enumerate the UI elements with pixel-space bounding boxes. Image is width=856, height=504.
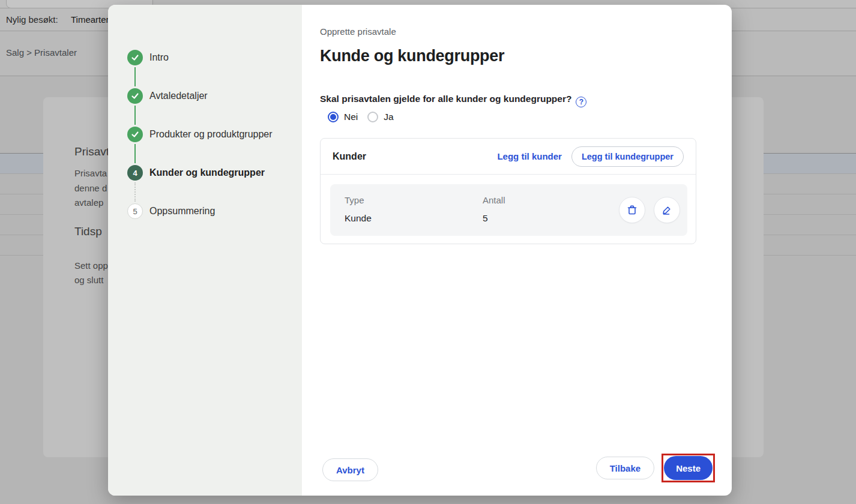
type-column-header: Type [345, 195, 364, 205]
delete-button[interactable] [619, 197, 645, 223]
add-customers-link[interactable]: Legg til kunder [497, 151, 562, 161]
question-text: Skal prisavtalen gjelde for alle kunder … [320, 94, 571, 104]
pencil-icon [661, 204, 673, 216]
create-price-agreement-modal: Intro Avtaledetaljer Produkter og produk… [108, 5, 732, 496]
footer-navigation: Tilbake Neste [596, 454, 715, 482]
step-connector [134, 67, 136, 86]
row-action-buttons [619, 184, 680, 236]
count-column-header: Antall [483, 195, 505, 205]
stepper-sidebar: Intro Avtaledetaljer Produkter og produk… [108, 5, 302, 496]
customers-row: Type Kunde Antall 5 [330, 184, 687, 236]
annotation-highlight-box: Neste [662, 454, 715, 482]
cancel-button[interactable]: Avbryt [322, 458, 378, 481]
page-title: Kunde og kundegrupper [320, 47, 504, 65]
customers-card-header: Kunder Legg til kunder Legg til kundegru… [321, 139, 696, 175]
radio-label[interactable]: Nei [344, 112, 358, 122]
count-value: 5 [483, 213, 488, 224]
step-circle-avtaledetaljer[interactable] [127, 88, 143, 104]
step-circle-intro[interactable] [127, 50, 143, 65]
question-label: Skal prisavtalen gjelde for alle kunder … [320, 94, 586, 107]
step-connector [134, 106, 136, 125]
add-customer-groups-button[interactable]: Legg til kundegrupper [571, 146, 684, 167]
modal-content: Opprette prisavtale Kunde og kundegruppe… [302, 5, 732, 496]
step-circle-kunder[interactable]: 4 [127, 165, 143, 181]
customers-card: Kunder Legg til kunder Legg til kundegru… [320, 138, 696, 244]
step-circle-produkter[interactable] [127, 127, 143, 142]
step-connector [134, 144, 136, 163]
radio-option-nei[interactable]: Nei [328, 112, 358, 122]
customers-card-title: Kunder [333, 151, 366, 162]
trash-icon [626, 204, 638, 216]
radio-label[interactable]: Ja [384, 112, 393, 122]
help-icon[interactable] [576, 97, 586, 107]
radio-selected-icon[interactable] [328, 112, 339, 122]
step-circle-oppsummering[interactable]: 5 [127, 203, 143, 219]
type-value: Kunde [345, 213, 372, 224]
radio-unselected-icon[interactable] [367, 112, 378, 122]
edit-button[interactable] [654, 197, 680, 223]
back-button[interactable]: Tilbake [596, 457, 654, 479]
app-root: Nylig besøkt: Timearter Salg > Prisavtal… [0, 0, 856, 504]
step-label-kunder[interactable]: Kunder og kundegrupper [149, 166, 265, 179]
radio-group: Nei Ja [328, 112, 403, 122]
check-icon [131, 130, 139, 139]
check-icon [131, 53, 139, 62]
wizard-eyebrow: Opprette prisavtale [320, 26, 396, 37]
radio-option-ja[interactable]: Ja [367, 112, 393, 122]
step-label-oppsummering[interactable]: Oppsummering [149, 205, 215, 218]
customers-card-actions: Legg til kunder Legg til kundegrupper [497, 146, 684, 167]
check-icon [131, 92, 139, 100]
step-label-avtaledetaljer[interactable]: Avtaledetaljer [149, 89, 208, 103]
step-connector-dotted [134, 182, 136, 202]
step-label-intro[interactable]: Intro [149, 51, 169, 64]
next-button[interactable]: Neste [664, 456, 713, 480]
step-label-produkter[interactable]: Produkter og produktgrupper [149, 128, 273, 141]
